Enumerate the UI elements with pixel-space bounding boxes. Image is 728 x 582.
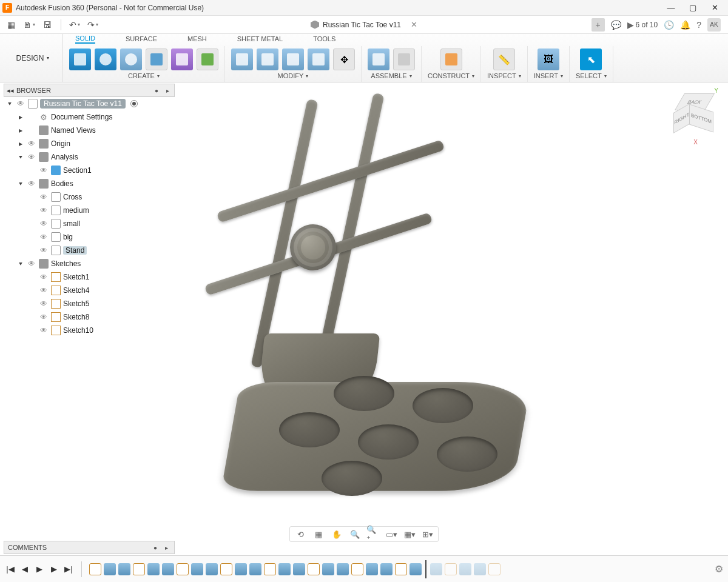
tab-sheetmetal[interactable]: SHEET METAL bbox=[237, 35, 283, 42]
timeline-feature[interactable] bbox=[89, 563, 101, 575]
tree-body-item[interactable]: 👁Stand bbox=[4, 244, 175, 257]
timeline-feature[interactable] bbox=[380, 563, 393, 575]
timeline-feature[interactable] bbox=[278, 563, 291, 575]
timeline-play-button[interactable]: ▶ bbox=[34, 564, 45, 575]
workspace-switcher[interactable]: DESIGN bbox=[2, 34, 63, 82]
timeline-feature[interactable] bbox=[308, 563, 320, 575]
tool-sweep[interactable] bbox=[197, 48, 218, 70]
comments-expand-icon[interactable]: ▸ bbox=[162, 543, 170, 552]
document-tab[interactable]: Russian Tic Tac Toe v11 ✕ bbox=[311, 20, 417, 29]
viewcube-bottom[interactable]: BOTTOM bbox=[689, 104, 713, 133]
timeline-last-button[interactable]: ▶| bbox=[63, 564, 74, 575]
tool-measure[interactable]: 📏 bbox=[493, 48, 515, 70]
expand-icon[interactable] bbox=[6, 101, 13, 107]
timeline-feature[interactable] bbox=[191, 563, 203, 575]
minimize-button[interactable]: — bbox=[660, 2, 682, 14]
tree-sketch-item[interactable]: 👁Sketch1 bbox=[4, 270, 175, 284]
tree-sketch-item[interactable]: 👁Sketch8 bbox=[4, 310, 175, 324]
timeline-feature[interactable] bbox=[322, 563, 334, 575]
browser-header[interactable]: ◂◂BROWSER ●▸ bbox=[4, 84, 175, 97]
look-icon[interactable]: ▦ bbox=[312, 528, 325, 540]
tree-doc-settings[interactable]: Document Settings bbox=[4, 110, 175, 124]
tool-extrude[interactable] bbox=[146, 48, 167, 70]
timeline-marker[interactable] bbox=[425, 560, 426, 578]
tool-cylinder[interactable] bbox=[95, 48, 116, 70]
timeline-feature[interactable] bbox=[162, 563, 174, 575]
collapse-browser-icon[interactable]: ◂◂ bbox=[7, 87, 14, 95]
new-design-button[interactable]: + bbox=[592, 18, 605, 32]
tree-body-item[interactable]: 👁big bbox=[4, 230, 175, 244]
visibility-icon[interactable]: 👁 bbox=[39, 219, 49, 229]
tree-sketch-item[interactable]: 👁Sketch10 bbox=[4, 324, 175, 337]
tree-body-item[interactable]: 👁Cross bbox=[4, 190, 175, 204]
data-panel-button[interactable]: ▦ bbox=[4, 18, 18, 32]
tab-tools[interactable]: TOOLS bbox=[313, 35, 335, 42]
timeline-feature[interactable] bbox=[474, 563, 486, 575]
display-icon[interactable]: ▭▾ bbox=[385, 528, 398, 540]
tool-fillet[interactable] bbox=[257, 48, 278, 70]
timeline-feature[interactable] bbox=[445, 563, 457, 575]
clock-icon[interactable]: 🕓 bbox=[664, 20, 674, 30]
timeline-feature[interactable] bbox=[104, 563, 116, 575]
tree-sketch-item[interactable]: 👁Sketch5 bbox=[4, 297, 175, 310]
tab-solid[interactable]: SOLID bbox=[75, 35, 95, 44]
user-avatar[interactable]: AK bbox=[707, 18, 721, 32]
timeline-feature[interactable] bbox=[488, 563, 500, 575]
tool-box[interactable] bbox=[69, 48, 91, 70]
tree-named-views[interactable]: Named Views bbox=[4, 124, 175, 137]
visibility-icon[interactable]: 👁 bbox=[39, 326, 49, 335]
tool-insert[interactable]: 🖼 bbox=[538, 48, 559, 70]
maximize-button[interactable]: ▢ bbox=[682, 2, 704, 14]
grid-icon[interactable]: ▦▾ bbox=[403, 528, 416, 540]
timeline-feature[interactable] bbox=[264, 563, 276, 575]
tool-revolve[interactable] bbox=[171, 48, 193, 70]
comments-options-icon[interactable]: ● bbox=[151, 543, 160, 552]
visibility-icon[interactable]: 👁 bbox=[39, 299, 49, 309]
timeline-feature[interactable] bbox=[206, 563, 218, 575]
tool-joint[interactable] bbox=[368, 48, 389, 70]
tool-select[interactable]: ⬉ bbox=[580, 48, 602, 70]
save-button[interactable]: 🖫 bbox=[40, 18, 55, 32]
timeline-feature[interactable] bbox=[177, 563, 189, 575]
tool-combine[interactable] bbox=[308, 48, 329, 70]
timeline-feature[interactable] bbox=[337, 563, 349, 575]
timeline-feature[interactable] bbox=[410, 563, 422, 575]
timeline-first-button[interactable]: |◀ bbox=[5, 564, 16, 575]
tree-analysis[interactable]: 👁Analysis bbox=[4, 150, 175, 164]
tree-body-item[interactable]: 👁medium bbox=[4, 204, 175, 217]
view-cube[interactable]: BACK RIGHT BOTTOM Y X bbox=[669, 91, 717, 139]
zoom-icon[interactable]: 🔍 bbox=[348, 528, 362, 540]
redo-button[interactable]: ↷ bbox=[86, 18, 100, 32]
activate-radio[interactable] bbox=[130, 100, 138, 107]
undo-button[interactable]: ↶ bbox=[67, 18, 82, 32]
timeline-feature[interactable] bbox=[395, 563, 407, 575]
file-menu-button[interactable]: 🗎 bbox=[22, 18, 36, 32]
orbit-icon[interactable]: ⟲ bbox=[294, 528, 307, 540]
browser-close-icon[interactable]: ▸ bbox=[163, 86, 172, 95]
browser-options-icon[interactable]: ● bbox=[152, 86, 161, 95]
visibility-icon[interactable]: 👁 bbox=[39, 246, 49, 255]
timeline-feature[interactable] bbox=[147, 563, 160, 575]
visibility-icon[interactable]: 👁 bbox=[39, 206, 49, 215]
timeline-feature[interactable] bbox=[133, 563, 145, 575]
tree-body-item[interactable]: 👁small bbox=[4, 217, 175, 230]
visibility-icon[interactable]: 👁 bbox=[39, 192, 49, 202]
visibility-icon[interactable]: 👁 bbox=[39, 286, 49, 295]
timeline-feature[interactable] bbox=[366, 563, 378, 575]
visibility-icon[interactable]: 👁 bbox=[39, 272, 49, 282]
tool-presspull[interactable] bbox=[231, 48, 253, 70]
timeline-feature[interactable] bbox=[220, 563, 232, 575]
tab-surface[interactable]: SURFACE bbox=[126, 35, 157, 42]
pan-icon[interactable]: ✋ bbox=[330, 528, 343, 540]
help-icon[interactable]: ? bbox=[696, 20, 701, 30]
close-window-button[interactable]: ✕ bbox=[704, 2, 726, 14]
viewports-icon[interactable]: ⊞▾ bbox=[421, 528, 434, 540]
timeline-prev-button[interactable]: ◀ bbox=[19, 564, 30, 575]
tool-shell[interactable] bbox=[282, 48, 304, 70]
visibility-icon[interactable]: 👁 bbox=[39, 232, 49, 242]
timeline-settings-icon[interactable]: ⚙ bbox=[715, 563, 723, 575]
tree-sketches[interactable]: 👁Sketches bbox=[4, 257, 175, 270]
timeline-feature[interactable] bbox=[351, 563, 363, 575]
job-status-icon[interactable]: ▶6 of 10 bbox=[627, 20, 658, 30]
tool-sphere[interactable] bbox=[120, 48, 142, 70]
